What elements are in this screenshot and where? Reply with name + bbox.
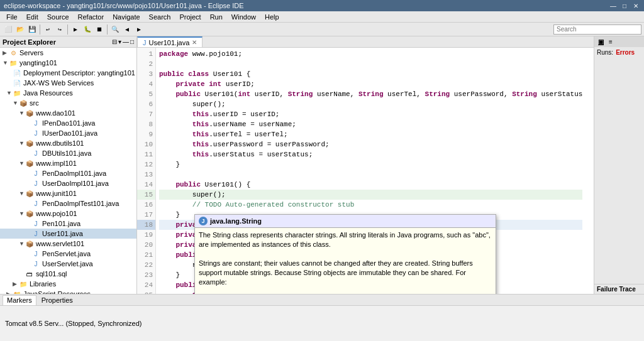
- maximize-button[interactable]: □: [620, 1, 629, 10]
- menu-edit[interactable]: Edit: [23, 13, 42, 21]
- toolbar-search-btn[interactable]: 🔍: [109, 24, 121, 35]
- toolbar-new[interactable]: ⬜: [3, 24, 14, 35]
- toolbar-debug[interactable]: 🐛: [82, 24, 93, 35]
- tree-impl101[interactable]: ▼ 📦 www.impl101: [0, 158, 136, 168]
- tree-userservlet[interactable]: J UserServlet.java: [0, 259, 136, 269]
- menu-search[interactable]: Search: [145, 13, 175, 21]
- tree-junit101[interactable]: ▼ 📦 www.junit101: [0, 188, 136, 198]
- toolbar-open[interactable]: 📂: [14, 24, 26, 35]
- editor-content[interactable]: 1 2 3 4 5 6 7 8 9 10 11 12 13 14: [137, 48, 594, 294]
- toolbar-save[interactable]: 💾: [26, 24, 38, 35]
- bottom-tab-properties[interactable]: Properties: [38, 295, 77, 305]
- dao101-label: www.dao101: [36, 109, 75, 117]
- iuserdao-label: IUserDao101.java: [42, 129, 97, 137]
- code-line-1: package www.pojo101;: [159, 49, 582, 59]
- tree-java-resources[interactable]: ▼ 📁 Java Resources: [0, 88, 136, 98]
- toolbar-undo[interactable]: ↩: [42, 24, 53, 35]
- panel-title: Project Explorer: [3, 38, 56, 46]
- tree-deployment[interactable]: 📄 Deployment Descriptor: yangting101: [0, 68, 136, 78]
- tree-iuserdao[interactable]: J IUserDao101.java: [0, 128, 136, 138]
- pojo101-icon: 📦: [25, 209, 34, 218]
- tree-servlet101[interactable]: ▼ 📦 www.servlet101: [0, 239, 136, 249]
- tree-userdaoimpl[interactable]: J UserDaoImpl101.java: [0, 178, 136, 188]
- tree-dbutils-java[interactable]: J DBUtils101.java: [0, 148, 136, 158]
- tree-pen101[interactable]: J Pen101.java: [0, 219, 136, 229]
- title-bar: eclipse-workspace - yangting101/src/www/…: [0, 0, 644, 11]
- bottom-tabs: Markers Properties: [0, 295, 644, 306]
- src-arrow: ▼: [13, 100, 19, 106]
- jaxws-icon: 📄: [13, 78, 21, 87]
- servers-label: Servers: [19, 49, 43, 57]
- tree-project[interactable]: ▼ 📁 yangting101: [0, 58, 136, 68]
- toolbar-stop[interactable]: ⏹: [94, 24, 105, 35]
- menu-source[interactable]: Source: [43, 13, 73, 21]
- toolbar-sep3: [107, 24, 108, 35]
- tree-jaxws[interactable]: 📄 JAX-WS Web Services: [0, 78, 136, 88]
- menu-refactor[interactable]: Refactor: [74, 13, 108, 21]
- failure-trace-right: Failure Trace: [594, 284, 644, 294]
- code-editor[interactable]: package www.pojo101; public class User10…: [157, 48, 585, 294]
- close-button[interactable]: ✕: [631, 1, 640, 10]
- dbutils-arrow: ▼: [19, 140, 25, 146]
- right-tab-1[interactable]: ▣: [597, 38, 605, 46]
- tree-pendaoimpl[interactable]: J PenDaoImpl101.java: [0, 168, 136, 178]
- code-line-11: this.userStatus = userStatus;: [159, 149, 582, 160]
- menu-window[interactable]: Window: [228, 13, 260, 21]
- tree-js-resources[interactable]: ▶ 📁 JavaScript Resources: [0, 289, 136, 294]
- toolbar: ⬜ 📂 💾 ↩ ↪ ▶ 🐛 ⏹ 🔍 ◀ ▶: [0, 23, 644, 36]
- servlet101-arrow: ▼: [19, 241, 25, 247]
- panel-menu-icon[interactable]: ▾: [118, 38, 121, 45]
- menu-run[interactable]: Run: [206, 13, 226, 21]
- pen101-icon: J: [31, 219, 40, 228]
- tree-servers[interactable]: ▶ ⚙ Servers: [0, 48, 136, 58]
- toolbar-sep2: [67, 24, 68, 35]
- tree-sql101[interactable]: 🗃 sql101.sql: [0, 269, 136, 279]
- penservlet-label: PenServlet.java: [42, 250, 91, 257]
- ipendao-icon: J: [31, 119, 40, 127]
- tree-dbutils[interactable]: ▼ 📦 www.dbutils101: [0, 138, 136, 148]
- tree-pojo101[interactable]: ▼ 📦 www.pojo101: [0, 208, 136, 219]
- panel-header: Project Explorer ⊟ ▾ — □: [0, 36, 136, 48]
- maximize-panel-icon[interactable]: □: [130, 38, 134, 45]
- tree-libraries[interactable]: ▶ 📁 Libraries: [0, 279, 136, 289]
- libraries-label: Libraries: [30, 280, 56, 288]
- menu-project[interactable]: Project: [175, 13, 204, 21]
- right-tab-2[interactable]: ≡: [608, 38, 614, 46]
- editor-tab-user101[interactable]: J User101.java ✕: [137, 36, 203, 47]
- tree-src[interactable]: ▼ 📦 src: [0, 98, 136, 108]
- menu-help[interactable]: Help: [261, 13, 283, 21]
- toolbar-redo[interactable]: ↪: [54, 24, 65, 35]
- tab-close-icon[interactable]: ✕: [192, 39, 197, 46]
- title-text: eclipse-workspace - yangting101/src/www/…: [4, 2, 244, 9]
- toolbar-run[interactable]: ▶: [70, 24, 81, 35]
- libraries-icon: 📁: [19, 279, 28, 288]
- tree-user101[interactable]: J User101.java: [0, 229, 136, 239]
- dbutils-java-icon: J: [31, 149, 40, 158]
- minimize-panel-icon[interactable]: —: [123, 38, 129, 45]
- bottom-tab-markers[interactable]: Markers: [3, 295, 36, 305]
- pendaoimpltest-icon: J: [31, 199, 40, 208]
- search-input[interactable]: [553, 24, 641, 35]
- toolbar-next[interactable]: ▶: [133, 24, 145, 35]
- sql101-label: sql101.sql: [36, 270, 67, 278]
- code-line-10: this.userPassword = userPassword;: [159, 139, 582, 149]
- toolbar-prev[interactable]: ◀: [121, 24, 133, 35]
- collapse-all-icon[interactable]: ⊟: [112, 38, 117, 45]
- main-layout: Project Explorer ⊟ ▾ — □ ▶ ⚙ Servers ▼ 📁: [0, 36, 644, 341]
- menu-navigate[interactable]: Navigate: [109, 13, 143, 21]
- project-tree: ▶ ⚙ Servers ▼ 📁 yangting101 📄 Deployment…: [0, 48, 136, 294]
- popup-desc2: Strings are constant; their values canno…: [199, 259, 492, 287]
- tab-icon: J: [143, 39, 147, 46]
- project-arrow: ▼: [3, 60, 9, 66]
- code-line-6: super();: [159, 99, 582, 109]
- code-line-4: private int userID;: [159, 79, 582, 89]
- tree-dao101[interactable]: ▼ 📦 www.dao101: [0, 108, 136, 118]
- menu-file[interactable]: File: [3, 13, 21, 21]
- userdaoimpl-label: UserDaoImpl101.java: [42, 180, 109, 187]
- bottom-content: Tomcat v8.5 Serv... (Stopped, Synchroniz…: [0, 306, 644, 341]
- popup-body: The String class represents character st…: [195, 228, 496, 294]
- tree-pendaoimpltest[interactable]: J PenDaoImplTest101.java: [0, 198, 136, 208]
- tree-penservlet[interactable]: J PenServlet.java: [0, 249, 136, 259]
- tree-ipendao[interactable]: J IPenDao101.java: [0, 118, 136, 128]
- minimize-button[interactable]: —: [609, 1, 618, 10]
